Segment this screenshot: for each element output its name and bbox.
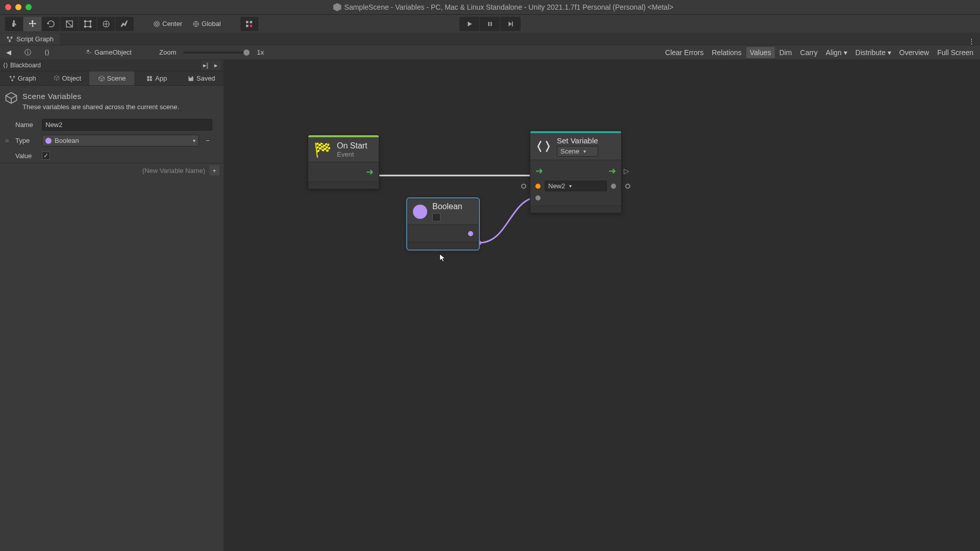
pivot-label: Center	[162, 20, 182, 28]
zoom-slider[interactable]	[183, 52, 250, 54]
svg-rect-25	[147, 79, 149, 81]
svg-rect-19	[9, 40, 11, 42]
gameobject-label: GameObject	[94, 48, 132, 56]
value-in-port[interactable]	[535, 195, 541, 201]
snap-toggle[interactable]	[240, 17, 259, 31]
tab-menu[interactable]: ⋮	[963, 37, 980, 45]
node-footer	[408, 242, 478, 249]
graph-view-options: Clear Errors Relations Values Dim Carry …	[662, 47, 977, 58]
scope-tab-graph[interactable]: Graph	[0, 71, 45, 85]
blackboard-header: ⟨⟩ Blackboard ▸| ▸	[0, 59, 224, 71]
transform-tool[interactable]	[97, 17, 115, 31]
name-out-connector[interactable]	[625, 184, 630, 189]
name-in-connector[interactable]	[521, 184, 526, 189]
svg-rect-12	[246, 24, 249, 27]
title-text: SampleScene - Variables - PC, Mac & Linu…	[345, 3, 674, 11]
scope-tab-saved[interactable]: Saved	[179, 71, 224, 85]
node-on-start[interactable]: 🏁 On Start Event ➜	[308, 135, 379, 189]
graph-scope-icon	[9, 75, 16, 82]
name-in-port[interactable]	[535, 184, 541, 189]
varname-value: New2	[548, 182, 565, 190]
scope-tab-app[interactable]: App	[134, 71, 179, 85]
value-label: Value	[15, 152, 38, 160]
svg-point-4	[84, 26, 86, 27]
scope-label-scene: Scene	[107, 74, 126, 82]
play-controls	[459, 17, 521, 31]
node-set-variable[interactable]: Set Variable Scene ➜ ➜ ▷ New2	[530, 131, 622, 213]
scene-scope-icon	[98, 75, 105, 82]
zoom-thumb[interactable]	[243, 49, 250, 56]
tab-script-graph[interactable]: Script Graph	[0, 33, 60, 45]
scope-label-app: App	[155, 74, 167, 82]
scope-dropdown[interactable]: Scene	[557, 146, 598, 157]
new-variable-placeholder: (New Variable Name)	[4, 167, 209, 174]
flow-out-connector[interactable]: ▷	[624, 167, 629, 175]
maximize-window[interactable]	[26, 4, 32, 10]
handle-label: Global	[202, 20, 221, 28]
node-body	[408, 224, 478, 242]
object-scope-icon	[53, 75, 60, 82]
variable-name-input[interactable]	[42, 119, 212, 131]
pause-button[interactable]	[480, 17, 500, 31]
fullscreen-button[interactable]: Full Screen	[934, 47, 977, 58]
move-tool[interactable]	[23, 17, 42, 31]
add-variable-button[interactable]: +	[209, 165, 219, 176]
zoom-label: Zoom	[159, 48, 176, 56]
flow-in-port[interactable]: ➜	[535, 165, 543, 177]
target-icon	[85, 49, 92, 56]
variable-value-row: Value	[0, 148, 224, 163]
svg-rect-16	[512, 21, 513, 26]
expand-button[interactable]: ▸	[211, 61, 220, 70]
overview-button[interactable]: Overview	[896, 47, 933, 58]
values-button[interactable]: Values	[746, 47, 775, 58]
cursor-icon	[439, 253, 447, 263]
carry-button[interactable]: Carry	[797, 47, 821, 58]
handle-toggle[interactable]: Global	[187, 17, 226, 31]
info-button[interactable]: ⓘ	[21, 47, 34, 58]
step-button[interactable]	[500, 17, 521, 31]
transform-tools	[5, 17, 134, 31]
minimize-window[interactable]	[15, 4, 21, 10]
drag-handle-icon[interactable]: =	[5, 137, 9, 144]
custom-tool[interactable]	[115, 17, 134, 31]
play-button[interactable]	[459, 17, 480, 31]
scope-tab-scene[interactable]: Scene	[89, 71, 134, 85]
code-button[interactable]: ⟨⟩	[41, 47, 53, 57]
svg-rect-23	[147, 76, 149, 78]
align-dropdown[interactable]: Align ▾	[822, 47, 851, 58]
remove-variable-button[interactable]: −	[203, 137, 212, 144]
graph-canvas[interactable]: 🏁 On Start Event ➜ Boolean	[224, 59, 980, 551]
relations-button[interactable]: Relations	[708, 47, 745, 58]
boolean-value-checkbox[interactable]	[432, 213, 440, 221]
name-out-port[interactable]	[611, 184, 616, 189]
flow-out-port[interactable]: ➜	[608, 165, 616, 177]
node-title: Boolean	[432, 202, 462, 211]
gameobject-crumb[interactable]: GameObject	[82, 47, 135, 57]
variable-type-dropdown[interactable]: Boolean	[42, 135, 199, 146]
distribute-dropdown[interactable]: Distribute ▾	[852, 47, 895, 58]
type-value: Boolean	[55, 137, 79, 144]
hand-tool[interactable]	[5, 17, 23, 31]
rect-tool[interactable]	[79, 17, 97, 31]
pivot-toggle[interactable]: Center	[148, 17, 187, 31]
scale-tool[interactable]	[60, 17, 79, 31]
variable-name-dropdown[interactable]: New2	[545, 181, 607, 191]
rotate-tool[interactable]	[42, 17, 60, 31]
clear-errors-button[interactable]: Clear Errors	[662, 47, 707, 58]
scope-tab-object[interactable]: Object	[45, 71, 90, 85]
svg-rect-17	[7, 36, 9, 38]
node-boolean[interactable]: Boolean	[407, 198, 479, 249]
dim-button[interactable]: Dim	[776, 47, 796, 58]
variable-value-checkbox[interactable]	[42, 152, 50, 160]
blackboard-panel: ⟨⟩ Blackboard ▸| ▸ Graph Object Scene	[0, 59, 224, 551]
value-out-port[interactable]	[468, 231, 473, 236]
close-window[interactable]	[5, 4, 11, 10]
flow-out-port[interactable]: ➜	[366, 166, 374, 178]
svg-rect-15	[491, 21, 492, 26]
graph-toolbar: ◀ ⓘ ⟨⟩ GameObject Zoom 1x Clear Errors R…	[0, 45, 980, 59]
main-area: ⟨⟩ Blackboard ▸| ▸ Graph Object Scene	[0, 59, 980, 551]
type-label: Type	[15, 137, 38, 144]
collapse-right-button[interactable]: ▸|	[201, 61, 210, 70]
back-button[interactable]: ◀	[3, 47, 14, 57]
svg-point-22	[11, 79, 13, 81]
